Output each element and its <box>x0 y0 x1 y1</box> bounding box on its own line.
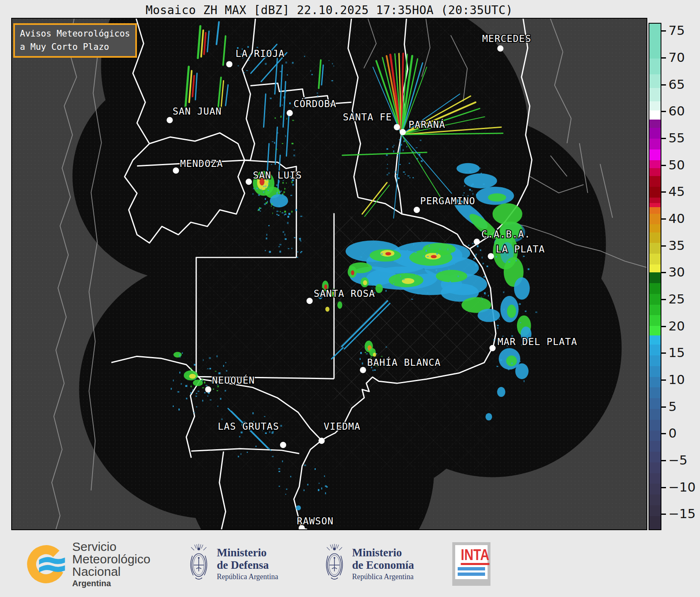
radar-echo-speck <box>182 352 183 354</box>
radar-echo-speck <box>263 186 265 187</box>
colorbar-segment <box>649 207 661 213</box>
radar-echo <box>497 387 505 397</box>
radar-echo-speck <box>447 249 448 250</box>
radar-echo-speck <box>274 142 275 144</box>
radar-echo-speck <box>287 222 289 224</box>
radar-echo-speck <box>468 245 469 246</box>
radar-echo-speck <box>283 193 283 195</box>
colorbar-tick-mark <box>661 433 666 434</box>
city-dot <box>205 387 211 393</box>
radar-echo-speck <box>195 396 197 397</box>
radar-echo-speck <box>402 149 403 151</box>
colorbar-segment <box>649 377 661 388</box>
city-dot <box>226 61 232 67</box>
radar-echo-speck <box>241 431 243 433</box>
radar-echo <box>385 252 391 255</box>
city-dot <box>319 438 325 444</box>
radar-echo-speck <box>223 365 224 367</box>
colorbar-segment <box>649 203 661 207</box>
radar-echo-speck <box>499 318 500 320</box>
warning-line-2: a Muy Corto Plazo <box>20 42 109 52</box>
radar-echo-speck <box>288 248 290 249</box>
colorbar-segment <box>649 494 661 505</box>
radar-echo-speck <box>292 143 294 144</box>
colorbar-segment <box>649 198 661 203</box>
colorbar-segment <box>649 272 661 283</box>
radar-echo-speck <box>454 263 455 265</box>
radar-echo-speck <box>283 231 284 233</box>
colorbar-segment <box>649 345 661 355</box>
dbz-colorbar <box>649 23 661 530</box>
radar-echo-speck <box>284 214 285 215</box>
colorbar-segment <box>649 128 661 139</box>
radar-echo-speck <box>202 387 204 389</box>
colorbar-segment <box>649 326 661 335</box>
radar-echo-speck <box>376 353 377 354</box>
radar-echo-speck <box>279 205 280 207</box>
radar-echo-speck <box>191 393 192 394</box>
radar-echo <box>431 255 437 258</box>
radar-echo-speck <box>201 379 203 381</box>
radar-echo-speck <box>427 292 428 294</box>
colorbar-segment <box>649 149 661 160</box>
radar-echo-speck <box>179 355 180 356</box>
radar-echo-speck <box>423 255 424 257</box>
radar-echo-speck <box>417 293 419 294</box>
radar-echo-speck <box>286 489 287 490</box>
radar-echo-speck <box>480 173 482 174</box>
city-label: SAN LUIS <box>253 170 302 181</box>
radar-echo-speck <box>291 181 293 183</box>
radar-echo-speck <box>413 243 414 245</box>
radar-echo-speck <box>421 160 422 161</box>
colorbar-segment <box>649 176 661 187</box>
radar-echo-speck <box>285 61 287 64</box>
colorbar-tick-label: 70 <box>668 50 685 65</box>
radar-echo-speck <box>475 264 476 265</box>
radar-echo-speck <box>397 154 398 156</box>
radar-echo-speck <box>333 66 334 66</box>
warning-notice[interactable]: Avisos Meteorológicos a Muy Corto Plazo <box>13 23 137 58</box>
colorbar-segment <box>649 484 661 494</box>
colorbar-tick-label: 5 <box>668 399 677 414</box>
city-label: LAS GRUTAS <box>218 421 279 432</box>
colorbar-segment <box>649 232 661 243</box>
radar-echo-speck <box>325 492 326 494</box>
radar-echo-speck <box>265 198 266 200</box>
city-label: CÓRDOBA <box>293 98 337 109</box>
radar-echo-speck <box>401 261 403 262</box>
radar-echo-speck <box>276 184 277 186</box>
colorbar-segment <box>649 243 661 254</box>
colorbar-segment <box>649 294 661 305</box>
radar-echo-speck <box>407 175 410 176</box>
radar-echo-speck <box>472 243 474 244</box>
smn-logo: Servicio Meteorológico Nacional Argentin… <box>26 541 150 587</box>
radar-echo-speck <box>272 213 273 214</box>
radar-echo-speck <box>283 182 284 184</box>
radar-echo-speck <box>407 261 408 262</box>
radar-echo-speck <box>476 194 478 196</box>
colorbar-tick-mark <box>661 352 666 354</box>
radar-echo <box>296 505 301 510</box>
radar-echo <box>506 355 517 366</box>
colorbar-segment <box>649 516 661 529</box>
colorbar-segment <box>649 254 661 264</box>
colorbar-segment <box>649 355 661 366</box>
radar-echo-speck <box>304 465 306 466</box>
radar-echo-speck <box>404 272 405 274</box>
radar-echo-speck <box>257 210 259 211</box>
radar-echo-speck <box>416 147 418 148</box>
radar-echo-speck <box>476 254 477 255</box>
colorbar-segment <box>649 462 661 473</box>
radar-echo-speck <box>374 369 376 371</box>
radar-echo-speck <box>360 352 362 354</box>
radar-echo-speck <box>263 191 264 193</box>
radar-echo <box>515 363 529 379</box>
radar-echo-speck <box>190 386 192 387</box>
radar-echo <box>456 163 480 174</box>
radar-echo-speck <box>203 359 204 361</box>
radar-echo-speck <box>478 269 479 269</box>
radar-echo-speck <box>290 476 291 477</box>
radar-echo-speck <box>265 433 267 434</box>
inta-wordmark: INTA <box>461 548 489 565</box>
radar-echo-speck <box>482 298 483 300</box>
